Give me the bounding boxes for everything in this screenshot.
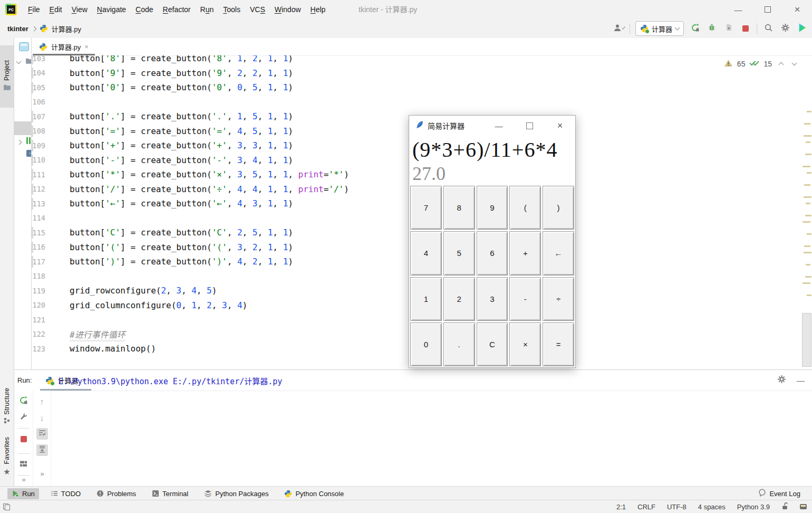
- settings-gear-icon[interactable]: [779, 23, 791, 34]
- menu-item-code[interactable]: Code: [131, 0, 158, 19]
- lock-icon[interactable]: [781, 502, 788, 511]
- calc-button-3[interactable]: 3: [477, 277, 508, 321]
- breadcrumb-project[interactable]: tkinter: [7, 25, 28, 33]
- settings-wrench-icon[interactable]: [18, 412, 30, 423]
- title-bar: PC FileEditViewNavigateCodeRefactorRunTo…: [0, 0, 812, 19]
- search-everywhere-icon[interactable]: [762, 23, 774, 34]
- line-number: 105: [32, 83, 45, 92]
- calc-button-8[interactable]: 8: [443, 186, 475, 230]
- menu-item-help[interactable]: Help: [306, 0, 331, 19]
- calc-button-0[interactable]: 0: [410, 322, 442, 366]
- calc-button-÷[interactable]: ÷: [543, 277, 574, 321]
- code-line[interactable]: 106: [32, 95, 801, 110]
- calc-button-×[interactable]: ×: [509, 322, 541, 366]
- calc-button-([interactable]: (: [509, 186, 541, 230]
- run-configuration-select[interactable]: 计算器: [635, 21, 684, 36]
- menu-item-file[interactable]: File: [23, 0, 45, 19]
- scroll-to-source-icon[interactable]: [19, 42, 29, 51]
- calc-button-=[interactable]: =: [543, 322, 574, 366]
- more-console-actions-icon[interactable]: »: [40, 470, 43, 478]
- tab-calculator-file[interactable]: 计算器.py ×: [33, 38, 95, 55]
- console-command[interactable]: E:\Python3.9\python.exe E:/.py/tkinter/计…: [59, 375, 282, 386]
- calc-button-.[interactable]: .: [443, 322, 475, 366]
- debug-button[interactable]: [706, 23, 718, 34]
- sidebar-item-favorites[interactable]: Favorites ★: [0, 437, 14, 477]
- calc-button-)[interactable]: ): [543, 186, 574, 230]
- calc-button-+[interactable]: +: [509, 231, 541, 275]
- user-icon[interactable]: [613, 23, 624, 34]
- menu-item-tools[interactable]: Tools: [218, 0, 245, 19]
- event-log-button[interactable]: Event Log: [758, 489, 800, 498]
- up-stack-trace-icon[interactable]: ↑: [36, 395, 48, 407]
- code-line[interactable]: 104button['9'] = create_button('9', 2, 2…: [32, 66, 801, 81]
- tree-selected-row[interactable]: [14, 121, 31, 135]
- menu-item-run[interactable]: Run: [196, 0, 219, 19]
- close-window-icon[interactable]: ×: [782, 0, 812, 19]
- breadcrumb: tkinter 计算器.py: [7, 24, 81, 34]
- calc-button--[interactable]: -: [509, 277, 541, 321]
- calc-button-←[interactable]: ←: [543, 231, 574, 275]
- toolwindow-tab-todo[interactable]: TODO: [46, 488, 85, 499]
- down-stack-trace-icon[interactable]: ↓: [36, 412, 48, 423]
- coverage-button[interactable]: [723, 23, 734, 34]
- restore-layout-icon[interactable]: [18, 459, 30, 470]
- breadcrumb-file[interactable]: 计算器.py: [52, 24, 81, 34]
- ide-corner-icon: [800, 504, 807, 509]
- line-ending[interactable]: CRLF: [637, 503, 655, 511]
- stop-icon[interactable]: [18, 433, 30, 445]
- file-encoding[interactable]: UTF-8: [667, 503, 687, 511]
- indent-setting[interactable]: 4 spaces: [698, 503, 726, 511]
- menu-item-edit[interactable]: Edit: [45, 0, 67, 19]
- code-line[interactable]: 105button['0'] = create_button('0', 0, 5…: [32, 80, 801, 95]
- calc-button-7[interactable]: 7: [410, 186, 442, 230]
- rerun-icon[interactable]: [18, 395, 30, 407]
- colorful-play-icon[interactable]: [796, 23, 808, 34]
- hide-panel-icon[interactable]: —: [797, 376, 805, 385]
- more-actions-icon[interactable]: »: [22, 476, 25, 483]
- stop-button[interactable]: [740, 23, 751, 34]
- toolwindow-tab-problems[interactable]: Problems: [92, 488, 140, 499]
- scroll-to-end-icon[interactable]: [36, 444, 48, 456]
- maximize-window-icon[interactable]: [753, 0, 782, 19]
- run-settings-gear-icon[interactable]: [776, 375, 787, 386]
- toolwindow-tab-python-packages[interactable]: Python Packages: [200, 488, 273, 499]
- menu-item-vcs[interactable]: VCS: [245, 0, 270, 19]
- menu-item-window[interactable]: Window: [270, 0, 306, 19]
- python-interpreter[interactable]: Python 3.9: [737, 503, 770, 511]
- calc-maximize-icon[interactable]: [514, 116, 545, 136]
- calc-button-5[interactable]: 5: [443, 231, 475, 275]
- calc-button-C[interactable]: C: [477, 322, 508, 366]
- tkinter-calculator-window[interactable]: 简易计算器 — × (9*3+6)/11+6*4 27.0 789()456+←…: [409, 115, 576, 368]
- calc-button-9[interactable]: 9: [477, 186, 508, 230]
- tree-collapse-icon[interactable]: [17, 140, 22, 145]
- calc-button-6[interactable]: 6: [477, 231, 508, 275]
- warning-stripe-mark: [803, 166, 810, 167]
- editor-scrollbar[interactable]: [802, 313, 811, 367]
- calc-button-2[interactable]: 2: [443, 277, 475, 321]
- line-number: 104: [32, 69, 45, 77]
- packages-icon: [204, 490, 212, 498]
- menu-item-refactor[interactable]: Refactor: [158, 0, 196, 19]
- calc-minimize-icon[interactable]: —: [484, 116, 514, 136]
- soft-wrap-icon[interactable]: [36, 428, 48, 440]
- menu-item-navigate[interactable]: Navigate: [92, 0, 131, 19]
- sidebar-item-project[interactable]: Project: [0, 45, 14, 108]
- caret-position[interactable]: 2:1: [616, 503, 626, 511]
- toolwindow-tab-terminal[interactable]: Terminal: [148, 488, 192, 499]
- error-stripe[interactable]: [803, 70, 812, 369]
- toolwindow-tab-run[interactable]: Run: [7, 488, 39, 499]
- menu-item-view[interactable]: View: [67, 0, 92, 19]
- tree-expand-icon[interactable]: [16, 59, 22, 64]
- rerun-button[interactable]: [689, 23, 701, 34]
- project-panel[interactable]: ›: [14, 38, 32, 369]
- calculator-title-bar[interactable]: 简易计算器 — ×: [409, 116, 575, 136]
- minimize-window-icon[interactable]: —: [723, 0, 753, 19]
- calc-button-1[interactable]: 1: [410, 277, 442, 321]
- sidebar-item-structure[interactable]: Structure: [0, 388, 14, 424]
- toolwindow-tab-python-console[interactable]: Python Console: [280, 488, 348, 499]
- close-tab-icon[interactable]: ×: [84, 43, 89, 51]
- restore-windows-icon[interactable]: [3, 504, 11, 510]
- calc-button-4[interactable]: 4: [410, 231, 442, 275]
- code-line[interactable]: 103button['8'] = create_button('8', 1, 2…: [32, 55, 801, 66]
- calc-close-icon[interactable]: ×: [545, 116, 575, 136]
